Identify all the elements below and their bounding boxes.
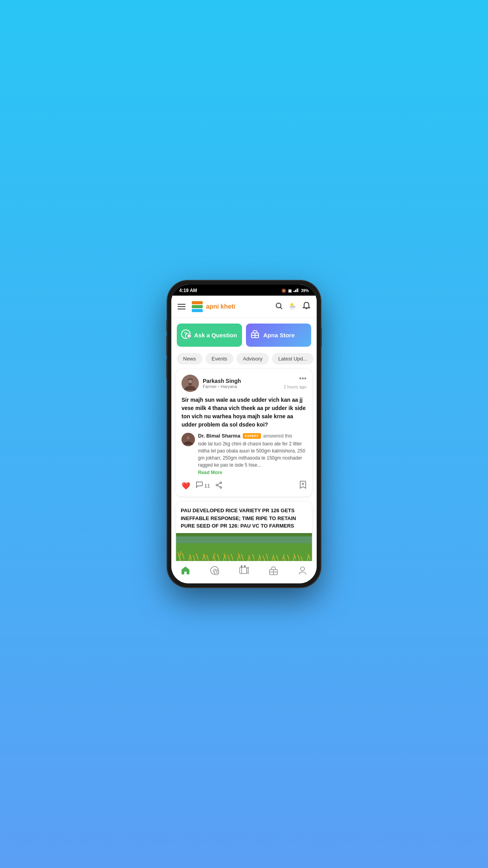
more-options-icon[interactable]: ••• (299, 375, 306, 383)
svg-rect-0 (294, 291, 295, 292)
nav-video[interactable] (239, 565, 249, 578)
comment-button[interactable]: 11 (196, 481, 210, 490)
svg-point-26 (186, 436, 190, 440)
apna-store-label: Apna Store (263, 332, 295, 338)
svg-line-12 (294, 309, 294, 309)
svg-point-97 (249, 555, 250, 557)
home-icon (181, 566, 190, 577)
tab-events[interactable]: Events (205, 353, 234, 364)
expert-badge: EXPERT (243, 433, 261, 439)
svg-point-110 (301, 567, 305, 571)
phone-screen: 4:19 AM 🔕 ▣ 39% (171, 285, 317, 583)
hamburger-menu[interactable] (178, 304, 185, 309)
expert-name: Dr. Bimal Sharma (198, 433, 240, 439)
svg-point-81 (189, 554, 191, 555)
user-name: Parkash Singh (203, 378, 241, 384)
svg-point-92 (227, 555, 229, 557)
svg-point-96 (241, 554, 242, 555)
svg-rect-1 (295, 290, 296, 292)
svg-rect-36 (176, 543, 312, 561)
header-right (275, 302, 310, 312)
action-buttons-row: ? 💬 Ask a Question (171, 318, 317, 351)
expert-action: answered this (263, 433, 292, 439)
app-header: apni kheti (171, 296, 317, 318)
svg-point-86 (206, 555, 207, 556)
expert-info: Dr. Bimal Sharma EXPERT answered this is… (198, 433, 306, 476)
svg-point-23 (189, 383, 192, 385)
svg-point-27 (220, 482, 222, 484)
svg-point-94 (238, 555, 240, 556)
svg-point-95 (238, 553, 239, 555)
apna-store-button[interactable]: Apna Store (246, 324, 311, 347)
category-tabs: News Events Advisory Latest Upd... (171, 351, 317, 369)
post-time: 2 hours ago (284, 384, 306, 389)
nav-profile[interactable] (298, 566, 307, 577)
svg-rect-2 (297, 289, 298, 292)
tab-news[interactable]: News (177, 353, 202, 364)
video-icon (239, 565, 249, 578)
user-role: Farmer (203, 384, 216, 389)
comment-icon (196, 481, 203, 490)
svg-point-89 (217, 554, 218, 555)
svg-line-10 (291, 309, 291, 309)
svg-point-85 (203, 554, 204, 555)
svg-point-78 (178, 555, 180, 556)
logo-icon (190, 300, 204, 314)
battery-icon: 39% (301, 289, 309, 293)
tab-advisory[interactable]: Advisory (237, 353, 269, 364)
svg-point-88 (213, 555, 215, 557)
user-location: Haryana (220, 384, 237, 389)
svg-marker-103 (247, 567, 248, 574)
svg-rect-5 (192, 305, 203, 308)
bottom-nav: Q A (171, 561, 317, 583)
svg-line-8 (281, 307, 283, 309)
news-title: PAU DEVELOPED RICE VARIETY PR 126 GETS I… (176, 502, 312, 533)
read-more-link[interactable]: Read More (198, 470, 222, 475)
bookmark-icon[interactable] (299, 480, 306, 491)
svg-rect-105 (241, 565, 242, 567)
wifi-icon: ▣ (288, 289, 292, 293)
ask-question-icon: ? 💬 (181, 329, 191, 341)
news-card[interactable]: PAU DEVELOPED RICE VARIETY PR 126 GETS I… (176, 502, 312, 561)
profile-icon (298, 566, 307, 577)
svg-point-90 (224, 554, 226, 556)
share-button[interactable] (215, 482, 222, 490)
signal-icon (294, 288, 299, 293)
svg-text:💬: 💬 (187, 334, 191, 339)
logo: apni kheti (190, 300, 235, 314)
like-button[interactable]: ❤️ (182, 482, 190, 490)
mute-icon: 🔕 (281, 289, 286, 293)
post-header: Parkash Singh Farmer • Haryana ••• 2 hou… (182, 375, 306, 392)
logo-text: apni kheti (206, 303, 235, 310)
svg-line-30 (218, 483, 220, 485)
expert-header: Dr. Bimal Sharma EXPERT answered this (198, 433, 306, 439)
svg-point-29 (216, 484, 218, 486)
comment-count: 11 (204, 483, 210, 489)
svg-point-83 (196, 553, 197, 555)
apna-store-icon (250, 329, 260, 341)
qa-icon: Q A (209, 565, 220, 578)
notification-bell-icon[interactable] (303, 302, 310, 312)
weather-icon[interactable] (288, 302, 297, 312)
main-content: ? 💬 Ask a Question (171, 318, 317, 561)
svg-rect-106 (244, 565, 246, 567)
ask-question-button[interactable]: ? 💬 Ask a Question (177, 324, 242, 347)
svg-rect-102 (240, 567, 247, 574)
nav-store[interactable] (268, 565, 279, 578)
nav-qa[interactable]: Q A (209, 565, 220, 578)
share-icon (215, 482, 222, 490)
expert-reply: Dr. Bimal Sharma EXPERT answered this is… (182, 433, 306, 476)
svg-line-31 (218, 485, 220, 487)
post-actions: ❤️ 11 (182, 480, 306, 491)
search-icon[interactable] (275, 302, 283, 312)
expert-avatar (182, 433, 195, 446)
news-image (176, 533, 312, 561)
svg-point-80 (190, 555, 191, 557)
nav-home[interactable] (181, 566, 190, 577)
status-time: 4:19 AM (179, 288, 197, 293)
svg-point-93 (230, 554, 232, 555)
tab-latest-updates[interactable]: Latest Upd... (272, 353, 314, 364)
svg-point-79 (182, 553, 183, 555)
user-avatar (182, 375, 199, 392)
heart-icon: ❤️ (182, 482, 190, 490)
